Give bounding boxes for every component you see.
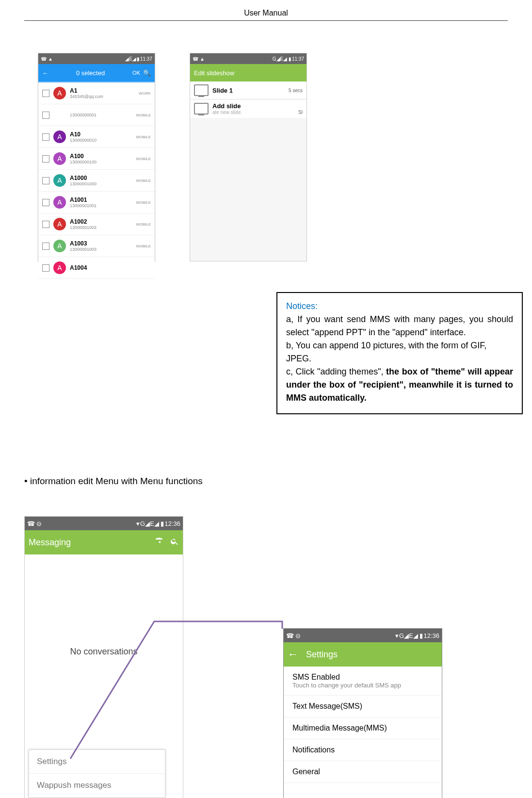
contact-info: A1345345@qq.com xyxy=(70,87,139,99)
checkbox-icon[interactable] xyxy=(42,243,49,250)
phone-icon: ☎ xyxy=(27,520,35,527)
contact-info: A100113000001001 xyxy=(70,196,136,208)
signal-icons: G◢E◢ ▮ xyxy=(140,520,164,527)
search-icon[interactable]: 🔍 xyxy=(143,69,151,77)
contact-type: MOBILE xyxy=(136,200,151,205)
screenshot-edit-slideshow: ☎▲ G◢E◢ ▮11:37 Edit slideshow Slide 1 5 … xyxy=(190,53,307,261)
contact-row[interactable]: AA100213000001002MOBILE xyxy=(38,213,155,235)
slide-duration: 5 secs xyxy=(289,88,303,93)
messaging-title: Messaging xyxy=(29,537,155,548)
contact-type: MOBILE xyxy=(136,113,151,117)
phone-icon: ☎ xyxy=(286,632,294,639)
slideshow-header: Edit slideshow xyxy=(190,64,306,81)
settings-title: Settings xyxy=(306,650,338,660)
status-bar: ☎▲ ◢E◢ ▮ 11:37 xyxy=(38,53,155,64)
empty-state: No conversations xyxy=(25,554,183,657)
header-rule xyxy=(24,20,508,21)
contact-info: A1004 xyxy=(70,264,151,271)
slide-icon xyxy=(194,103,209,114)
screenshot-messaging: ☎⊝ ▾G◢E◢ ▮12:36 Messaging No conversatio… xyxy=(24,516,183,798)
contact-row[interactable]: AA1013000000010MOBILE xyxy=(38,126,155,148)
contact-row[interactable]: AA1004 xyxy=(38,257,155,279)
status-time: 12:36 xyxy=(423,632,439,639)
doc-header: User Manual xyxy=(0,9,532,17)
status-bar: ☎▲ G◢E◢ ▮11:37 xyxy=(190,53,306,64)
back-icon[interactable]: ← xyxy=(288,648,298,661)
contact-type: MOBILE xyxy=(136,179,151,183)
wifi-icon: ▾ xyxy=(395,632,399,639)
contact-info: A1013000000010 xyxy=(70,131,136,143)
settings-row[interactable]: Multimedia Message(MMS) xyxy=(284,717,442,739)
selection-count: 0 selected xyxy=(48,69,132,77)
menu-item-settings[interactable]: Settings xyxy=(29,750,165,774)
phone-icon: ☎ xyxy=(41,56,47,62)
status-time: 12:36 xyxy=(164,520,180,527)
signal-icons: ◢E◢ xyxy=(125,56,136,62)
wifi-icon: ▾ xyxy=(136,520,140,527)
contact-row[interactable]: AA10013000000100MOBILE xyxy=(38,148,155,170)
dnd-icon: ⊝ xyxy=(36,520,42,527)
phone-icon: ☎ xyxy=(193,56,198,62)
compose-icon[interactable] xyxy=(155,537,163,548)
checkbox-icon[interactable] xyxy=(42,264,49,272)
checkbox-icon[interactable] xyxy=(42,177,49,184)
ok-button[interactable]: OK xyxy=(132,70,140,76)
warn-icon: ▲ xyxy=(48,56,53,62)
screenshot-contacts-select: ☎▲ ◢E◢ ▮ 11:37 ← 0 selected OK 🔍 AA13453… xyxy=(38,53,155,261)
contact-info: A100013000001000 xyxy=(70,175,136,186)
contact-row[interactable]: 13000000001MOBILE xyxy=(38,104,155,126)
checkbox-icon[interactable] xyxy=(42,90,49,97)
back-icon[interactable]: ← xyxy=(42,69,48,77)
contact-row[interactable]: AA100013000001000MOBILE xyxy=(38,170,155,192)
contact-row[interactable]: AA100313000001003MOBILE xyxy=(38,235,155,257)
avatar: A xyxy=(53,240,66,252)
contact-type: WORK xyxy=(139,91,151,96)
add-slide-label: Add slide xyxy=(212,102,303,110)
contact-row[interactable]: AA1345345@qq.comWORK xyxy=(38,82,155,104)
checkbox-icon[interactable] xyxy=(42,112,49,119)
search-icon[interactable] xyxy=(170,537,179,548)
contact-type: MOBILE xyxy=(136,135,151,139)
settings-row[interactable]: General xyxy=(284,761,442,783)
notice-b: b, You can append 10 pictures, with the … xyxy=(286,341,486,363)
slide-row[interactable]: Slide 1 5 secs xyxy=(190,81,306,99)
status-time: 11:37 xyxy=(140,56,152,62)
contact-info: A10013000000100 xyxy=(70,153,136,164)
warn-icon: ▲ xyxy=(200,56,205,62)
checkbox-icon[interactable] xyxy=(42,221,49,228)
slide-icon xyxy=(194,84,209,96)
avatar: A xyxy=(53,130,66,143)
options-popup: Settings Wappush messages xyxy=(29,749,165,798)
contact-type: MOBILE xyxy=(136,222,151,227)
avatar: A xyxy=(53,87,66,99)
add-slide-subtitle: ate new slide. xyxy=(212,110,298,115)
settings-header: ← Settings xyxy=(284,642,442,667)
avatar: A xyxy=(53,218,66,230)
contact-info: A100313000001003 xyxy=(70,240,136,252)
screenshot-settings: ☎⊝ ▾G◢E◢ ▮12:36 ← Settings SMS EnabledTo… xyxy=(283,628,442,798)
add-slide-row[interactable]: Add slide ate new slide.Sl xyxy=(190,99,306,118)
avatar: A xyxy=(53,152,66,165)
settings-row[interactable]: Text Message(SMS) xyxy=(284,696,442,717)
settings-row[interactable]: Notifications xyxy=(284,739,442,761)
status-bar: ☎⊝ ▾G◢E◢ ▮12:36 xyxy=(25,517,183,530)
contact-row[interactable]: AA100113000001001MOBILE xyxy=(38,192,155,213)
avatar: A xyxy=(53,261,66,274)
messaging-header: Messaging xyxy=(25,530,183,554)
notice-a: a, If you want send MMS with many pages,… xyxy=(286,313,513,339)
selection-header: ← 0 selected OK 🔍 xyxy=(38,64,155,81)
menu-item-wappush[interactable]: Wappush messages xyxy=(29,774,165,798)
checkbox-icon[interactable] xyxy=(42,133,49,141)
avatar: A xyxy=(53,174,66,187)
checkbox-icon[interactable] xyxy=(42,199,49,206)
status-bar: ☎⊝ ▾G◢E◢ ▮12:36 xyxy=(284,629,442,642)
status-time: 11:37 xyxy=(292,56,304,62)
signal-icons: G◢E◢ ▮ xyxy=(399,632,423,639)
notices-title: Notices: xyxy=(286,301,318,311)
contact-type: MOBILE xyxy=(136,157,151,161)
dnd-icon: ⊝ xyxy=(295,632,301,639)
slide-label: Slide 1 xyxy=(212,87,285,94)
settings-row[interactable]: SMS EnabledTouch to change your default … xyxy=(284,667,442,696)
checkbox-icon[interactable] xyxy=(42,155,49,163)
add-slide-rt: Sl xyxy=(298,110,303,115)
